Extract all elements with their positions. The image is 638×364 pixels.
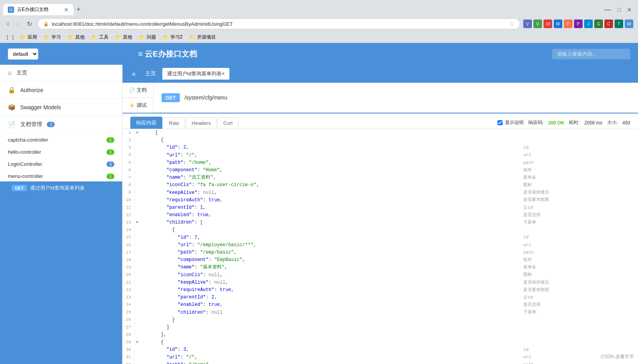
window-close-icon[interactable]: ✕ <box>627 7 635 13</box>
bookmark-question[interactable]: 📁 问题 <box>137 33 158 41</box>
bookmark-opensource[interactable]: 📁 开源项目 <box>187 33 218 41</box>
json-line-content: "keepAlive": null, <box>152 279 508 286</box>
folder-icon-5: 📁 <box>116 35 121 40</box>
doc-icon-tab: 📄 <box>129 87 135 93</box>
folder-icon-3: 📁 <box>68 35 74 40</box>
expand-button <box>134 174 152 181</box>
new-tab-button[interactable]: + <box>73 3 84 16</box>
table-row: 27 ] <box>123 324 638 331</box>
expand-button[interactable]: ▼ <box>134 219 152 226</box>
json-line-content: "children": null <box>152 309 508 316</box>
sidebar-hello-controller[interactable]: hello-controller 1 <box>0 145 122 157</box>
table-row: 24 "enabled": true,是否启用 <box>123 301 638 309</box>
content-body: 📄 文档 ⚡ 调试 GET /system/cfg/menu <box>123 83 638 364</box>
ext-icon-9[interactable]: C <box>604 20 613 28</box>
forward-button[interactable]: › <box>14 20 21 28</box>
lock-icon: 🔒 <box>43 21 49 27</box>
sidebar-select-wrapper[interactable]: default <box>8 48 38 60</box>
ext-icon-8[interactable]: G <box>594 20 603 28</box>
refresh-button[interactable]: ↻ <box>25 20 34 28</box>
header-search-input[interactable] <box>552 49 630 59</box>
line-number: 28 <box>123 331 134 339</box>
json-comment: id <box>508 234 638 241</box>
ext-icon-5[interactable]: P <box>564 20 572 28</box>
minimize-icon[interactable]: — <box>604 5 618 14</box>
json-line-content: }, <box>152 331 508 339</box>
tab-response-content[interactable]: 响应内容 <box>130 117 162 129</box>
address-bar[interactable]: 🔒 localhost:8081/doc.html#/default/menu-… <box>37 18 520 29</box>
tab-raw[interactable]: Raw <box>163 117 185 128</box>
ext-icon-1[interactable]: V <box>523 20 532 28</box>
line-number: 2 <box>123 137 134 144</box>
tab-doc[interactable]: 📄 文档 <box>123 83 153 98</box>
sidebar-home-label: 主页 <box>16 69 27 76</box>
models-icon: 📦 <box>8 103 16 111</box>
sidebar-authorize-label: Authorize <box>20 87 43 93</box>
ext-icon-3[interactable]: 18 <box>544 20 552 28</box>
collapse-sidebar-button[interactable]: « <box>129 68 139 80</box>
sidebar-captcha-controller[interactable]: captcha-controller 1 <box>0 133 122 145</box>
content-area: « 主页 通过用户id查询菜单列表× 📄 文档 ⚡ <box>123 65 638 364</box>
line-number: 6 <box>123 167 134 174</box>
ext-icon-6[interactable]: P <box>574 20 583 28</box>
expand-button[interactable]: ▼ <box>134 129 152 137</box>
expand-button <box>134 301 152 309</box>
table-row: 18 "component": "EmpBasic",组件 <box>123 256 638 264</box>
ext-icon-11[interactable]: W <box>625 20 633 28</box>
line-number: 18 <box>123 256 134 264</box>
tab-close-icon[interactable]: ✕ <box>64 7 69 13</box>
json-response-content[interactable]: 1▼[2 {3 "id": 2,id4 "url": "/",url5 "pat… <box>123 129 638 364</box>
sidebar-item-home[interactable]: ⌂ 主页 <box>0 65 122 82</box>
back-button[interactable]: ‹ <box>5 20 11 28</box>
tab-curl[interactable]: Curl <box>217 117 238 128</box>
show-desc-check[interactable] <box>498 120 503 125</box>
expand-button[interactable]: ▼ <box>134 339 152 346</box>
json-comment: 子菜单 <box>508 309 638 316</box>
sidebar-item-swagger-models[interactable]: 📦 Swagger Models <box>0 99 122 116</box>
line-number: 11 <box>123 204 134 211</box>
ext-icon-4[interactable]: W <box>554 20 562 28</box>
left-tab-panel: 📄 文档 ⚡ 调试 <box>123 83 154 113</box>
json-line-content: "id": 7, <box>152 234 508 241</box>
star-icon[interactable]: ☆ <box>509 21 514 27</box>
expand-button <box>134 294 152 301</box>
json-line-content: "iconCls": null, <box>152 272 508 279</box>
breadcrumb-home[interactable]: 主页 <box>142 69 159 79</box>
bookmark-study[interactable]: 📁 学习 <box>42 33 63 41</box>
tab-headers[interactable]: Headers <box>186 117 217 128</box>
sidebar-login-controller[interactable]: LoginController 3 <box>0 157 122 169</box>
show-desc-checkbox[interactable]: 显示说明 <box>498 119 524 126</box>
json-line-content: "children": [ <box>152 219 508 226</box>
sidebar-item-authorize[interactable]: 🔒 Authorize <box>0 82 122 99</box>
watermark: CSDN @董芊芊 <box>601 353 634 360</box>
bookmark-other2[interactable]: 📁 其他 <box>113 33 135 41</box>
bookmark-apps[interactable]: 📁 应用 <box>18 33 39 41</box>
table-row: 28 }, <box>123 331 638 339</box>
bookmark-other1[interactable]: 📁 其他 <box>66 33 87 41</box>
bookmark-tools[interactable]: 📁 工具 <box>89 33 111 41</box>
sidebar-active-endpoint[interactable]: GET 通过用户id查询菜单列表 <box>0 181 122 195</box>
sidebar-item-doc-management[interactable]: 📄 文档管理 3 <box>0 116 122 133</box>
ext-icon-7[interactable]: J <box>584 20 593 28</box>
home-icon: ⌂ <box>8 69 12 76</box>
ext-icon-10[interactable]: T <box>615 20 623 28</box>
folder-icon-7: 📁 <box>163 35 169 40</box>
captcha-badge: 1 <box>107 137 114 143</box>
api-row: GET /system/cfg/menu <box>154 83 638 113</box>
bookmark-label-7: 学习2 <box>171 34 183 41</box>
table-row: 4 "url": "/",url <box>123 152 638 159</box>
expand-button <box>134 324 152 331</box>
maximize-icon[interactable]: □ <box>618 7 627 13</box>
json-line-content: } <box>152 316 508 324</box>
ext-icon-2[interactable]: V <box>533 20 542 28</box>
expand-button <box>134 204 152 211</box>
line-number: 7 <box>123 174 134 181</box>
breadcrumb-tab[interactable]: 通过用户id查询菜单列表× <box>162 68 229 80</box>
default-select[interactable]: default <box>8 48 38 60</box>
json-comment: url <box>508 152 638 159</box>
tab-debug[interactable]: ⚡ 调试 <box>123 98 153 113</box>
sidebar-menu-controller[interactable]: menu-controller 1 <box>0 169 122 181</box>
browser-tab[interactable]: 云 云E办接口文档 ✕ <box>3 4 73 15</box>
json-comment: id <box>508 346 638 353</box>
bookmark-study2[interactable]: 📁 学习2 <box>161 33 185 41</box>
